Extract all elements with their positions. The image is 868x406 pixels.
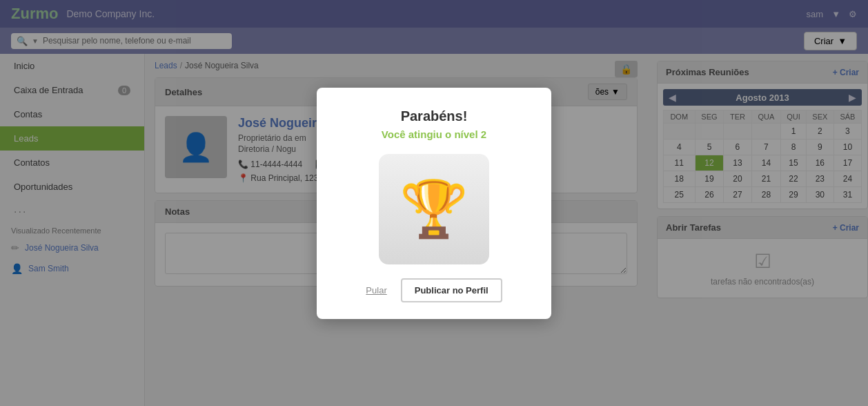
pular-button[interactable]: Pular (366, 285, 386, 296)
modal: Parabéns! Você atingiu o nível 2 🏆 Pular… (317, 88, 551, 319)
trophy-box: 🏆 (379, 154, 489, 264)
modal-actions: Pular Publicar no Perfil (337, 278, 531, 302)
modal-subtitle: Você atingiu o nível 2 (337, 128, 531, 140)
trophy-icon: 🏆 (400, 182, 468, 237)
publicar-button[interactable]: Publicar no Perfil (401, 278, 502, 302)
modal-overlay: Parabéns! Você atingiu o nível 2 🏆 Pular… (0, 0, 868, 406)
modal-title: Parabéns! (337, 108, 531, 124)
